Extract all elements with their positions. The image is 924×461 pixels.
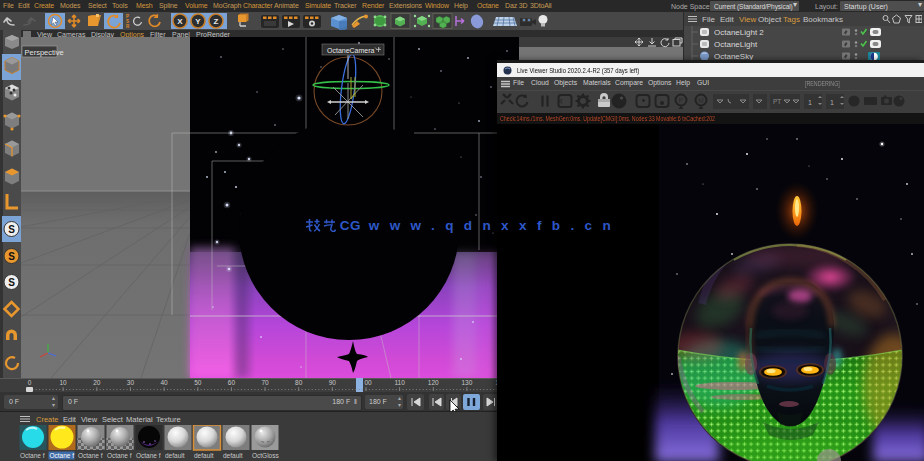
- svg-text:80: 80: [295, 379, 303, 386]
- svg-text:PT: PT: [773, 98, 781, 105]
- svg-text:Octane f: Octane f: [136, 452, 161, 459]
- svg-text:Octane f: Octane f: [20, 452, 45, 459]
- svg-text:10: 10: [59, 379, 67, 386]
- svg-text:Octane f: Octane f: [78, 452, 103, 459]
- svg-text:Octane f: Octane f: [50, 452, 75, 459]
- svg-text:R: R: [126, 24, 130, 29]
- svg-text:S: S: [8, 224, 15, 235]
- svg-text:Z: Z: [214, 17, 219, 26]
- svg-text:90: 90: [329, 379, 337, 386]
- svg-text:OctGloss: OctGloss: [252, 452, 279, 459]
- svg-text:50: 50: [194, 379, 202, 386]
- svg-text:R: R: [558, 98, 563, 105]
- svg-text:S: S: [8, 277, 15, 288]
- svg-text:00: 00: [364, 379, 372, 386]
- svg-text:30: 30: [127, 379, 135, 386]
- svg-text:120: 120: [428, 379, 439, 386]
- svg-text:default: default: [165, 452, 185, 459]
- svg-text:OctaneLight: OctaneLight: [714, 40, 758, 49]
- svg-text:40: 40: [160, 379, 168, 386]
- svg-text:1: 1: [808, 99, 812, 106]
- svg-text:20: 20: [93, 379, 101, 386]
- svg-text:X: X: [177, 17, 183, 26]
- svg-text:M: M: [698, 97, 703, 104]
- svg-text:60: 60: [228, 379, 236, 386]
- svg-text:Octane f: Octane f: [107, 452, 132, 459]
- svg-text:Perspective: Perspective: [25, 48, 64, 57]
- svg-text:default: default: [194, 452, 214, 459]
- svg-text:1: 1: [830, 99, 834, 106]
- svg-text:P: P: [679, 97, 683, 104]
- svg-text:Y: Y: [195, 17, 201, 26]
- svg-text:default: default: [223, 452, 243, 459]
- svg-text:0: 0: [28, 379, 32, 386]
- svg-text:130: 130: [461, 379, 472, 386]
- svg-text:OctaneLight 2: OctaneLight 2: [714, 28, 764, 37]
- svg-text:S: S: [8, 251, 15, 262]
- svg-text:OctaneCamera: OctaneCamera: [327, 47, 375, 54]
- svg-text:70: 70: [261, 379, 269, 386]
- svg-text:110: 110: [394, 379, 405, 386]
